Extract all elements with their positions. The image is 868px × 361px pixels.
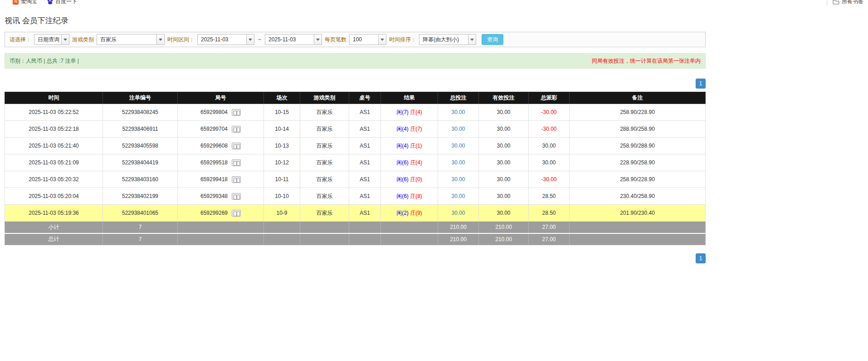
column-header: 局号 xyxy=(178,92,264,104)
cell-total-payout: -30.00 xyxy=(529,104,570,121)
cell-result: 闲(6) 庄(8) xyxy=(381,188,438,205)
taobao-icon: 淘 xyxy=(13,0,19,5)
page-size-select[interactable]: 100 xyxy=(349,34,386,45)
round-number: 659299348 xyxy=(200,193,228,199)
cell-table-number: AS1 xyxy=(349,121,381,138)
cell-session: 10-9 xyxy=(264,205,300,222)
round-number: 659299704 xyxy=(200,126,228,132)
subtotal-cell xyxy=(264,222,300,233)
query-type-value: 日期查询 xyxy=(34,35,61,45)
round-result-cards-icon[interactable] xyxy=(232,176,241,183)
cell-valid-bet: 30.00 xyxy=(479,154,529,171)
cell-session: 10-14 xyxy=(264,121,300,138)
cell-round: 659299804 xyxy=(178,104,264,121)
search-button[interactable]: 查询 xyxy=(482,34,503,45)
cell-time: 2025-11-03 05:20:32 xyxy=(5,171,103,188)
banker-result: 庄(7) xyxy=(410,126,422,132)
game-type-value: 百家乐 xyxy=(97,35,156,45)
round-number: 659299608 xyxy=(200,143,228,149)
banker-result: 庄(4) xyxy=(410,109,422,115)
total-bet-link[interactable]: 30.00 xyxy=(451,210,465,216)
column-header: 时间 xyxy=(5,92,103,104)
total-bet-link[interactable]: 30.00 xyxy=(451,143,465,149)
query-type-select[interactable]: 日期查询 xyxy=(34,34,69,45)
banker-result: 庄(9) xyxy=(410,210,422,216)
cell-round: 659299518 xyxy=(178,154,264,171)
cell-bet-id: 522938401065 xyxy=(103,205,178,222)
round-result-cards-icon[interactable] xyxy=(232,193,241,200)
total-bet-link[interactable]: 30.00 xyxy=(451,159,465,166)
bookmark-label: 爱淘宝 xyxy=(21,0,37,5)
cell-total-payout: -30.00 xyxy=(529,171,570,188)
cell-bet-id: 522938408245 xyxy=(103,104,178,121)
date-to-input[interactable]: 2025-11-03 xyxy=(265,34,322,45)
cell-total-payout: 30.00 xyxy=(529,154,570,171)
cell-total-bet: 30.00 xyxy=(438,188,479,205)
bookmark-baidu[interactable]: 百度一下 xyxy=(47,0,77,5)
cell-valid-bet: 30.00 xyxy=(479,104,529,121)
table-row: 2025-11-03 05:20:04 522938402199 6592993… xyxy=(5,188,706,205)
cell-note: 230.40/258.90 xyxy=(570,188,706,205)
cell-session: 10-13 xyxy=(264,138,300,154)
page-button-1[interactable]: 1 xyxy=(696,79,706,89)
grand-total-cell xyxy=(178,233,264,245)
chevron-down-icon[interactable] xyxy=(378,35,386,45)
page-size-label: 每页笔数 xyxy=(325,36,346,44)
sort-select[interactable]: 降幂(由大到小) xyxy=(419,34,476,45)
cell-total-bet: 30.00 xyxy=(438,104,479,121)
subtotal-count: 7 xyxy=(103,222,178,233)
round-number: 659299269 xyxy=(200,210,228,216)
player-result: 闲(6) xyxy=(396,176,409,183)
table-row: 2025-11-03 05:20:32 522938403160 6592994… xyxy=(5,171,706,188)
cell-total-bet: 30.00 xyxy=(438,121,479,138)
round-result-cards-icon[interactable] xyxy=(232,210,241,217)
chevron-down-icon[interactable] xyxy=(246,35,254,45)
table-row: 2025-11-03 05:19:36 522938401065 6592992… xyxy=(5,205,706,222)
round-result-cards-icon[interactable] xyxy=(232,109,241,116)
total-bet-link[interactable]: 30.00 xyxy=(451,176,465,183)
subtotal-payout: 27.00 xyxy=(529,222,570,233)
all-bookmarks-button[interactable]: 所有书签 xyxy=(827,0,863,5)
filter-bar: 请选择： 日期查询 游戏类别 百家乐 时间区间： 2025-11-03 ~ 20… xyxy=(5,32,706,47)
table-header-row: 时间注单编号局号场次游戏类别桌号结果总投注有效投注总派彩备注 xyxy=(5,92,706,104)
subtotal-total-bet: 210.00 xyxy=(438,222,479,233)
player-result: 闲(2) xyxy=(396,210,409,216)
cell-time: 2025-11-03 05:22:18 xyxy=(5,121,103,138)
cell-game-type: 百家乐 xyxy=(300,188,349,205)
round-result-cards-icon[interactable] xyxy=(232,126,241,133)
chevron-down-icon[interactable] xyxy=(468,35,476,45)
grand-total-valid-bet: 210.00 xyxy=(479,233,529,245)
cell-game-type: 百家乐 xyxy=(300,138,349,154)
subtotal-cell xyxy=(178,222,264,233)
cell-game-type: 百家乐 xyxy=(300,154,349,171)
page-button-1[interactable]: 1 xyxy=(696,253,706,263)
total-bet-link[interactable]: 30.00 xyxy=(451,126,465,132)
date-from-input[interactable]: 2025-11-03 xyxy=(197,34,254,45)
cell-note: 201.90/230.40 xyxy=(570,205,706,222)
game-type-select[interactable]: 百家乐 xyxy=(97,34,165,45)
total-bet-link[interactable]: 30.00 xyxy=(451,109,465,115)
banker-result: 庄(1) xyxy=(410,143,422,149)
cell-game-type: 百家乐 xyxy=(300,205,349,222)
chevron-down-icon[interactable] xyxy=(61,35,69,45)
baidu-icon xyxy=(47,0,53,5)
subtotal-cell xyxy=(300,222,349,233)
cell-note: 288.90/258.90 xyxy=(570,121,706,138)
sort-label: 时间排序： xyxy=(389,36,416,44)
cell-time: 2025-11-03 05:22:52 xyxy=(5,104,103,121)
bookmark-taobao[interactable]: 淘 爱淘宝 xyxy=(13,0,37,5)
chevron-down-icon[interactable] xyxy=(314,35,322,45)
grand-total-count: 7 xyxy=(103,233,178,245)
column-header: 有效投注 xyxy=(479,92,529,104)
browser-bookmarks-bar: 淘 爱淘宝 百度一下 所有书签 xyxy=(0,0,868,5)
chevron-down-icon[interactable] xyxy=(156,35,164,45)
cell-game-type: 百家乐 xyxy=(300,171,349,188)
all-bookmarks-label: 所有书签 xyxy=(842,0,863,5)
grand-total-cell xyxy=(381,233,438,245)
date-to-value: 2025-11-03 xyxy=(265,35,314,45)
total-bet-link[interactable]: 30.00 xyxy=(451,193,465,199)
cell-note: 228.90/258.90 xyxy=(570,154,706,171)
game-type-label: 游戏类别 xyxy=(72,36,94,44)
round-result-cards-icon[interactable] xyxy=(232,143,241,149)
round-result-cards-icon[interactable] xyxy=(232,159,241,166)
